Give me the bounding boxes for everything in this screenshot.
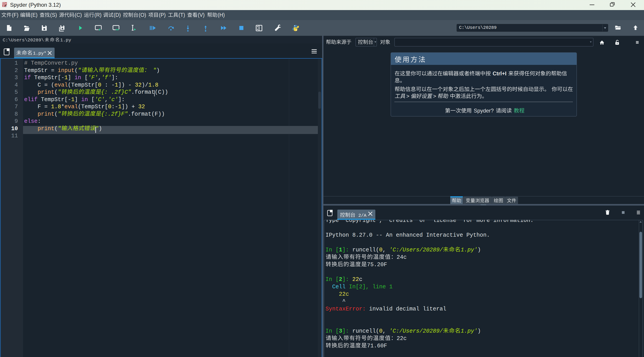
- svg-text:1.8: 1.8: [51, 104, 61, 110]
- svg-text:0: 0: [379, 247, 382, 253]
- svg-text:,: ,: [105, 96, 108, 103]
- svg-text:1: 1: [64, 74, 68, 81]
- svg-text:5: 5: [14, 89, 18, 96]
- svg-text:[: [: [88, 96, 94, 103]
- svg-text:32: 32: [138, 104, 145, 110]
- svg-text:1.py: 1.py: [60, 38, 71, 43]
- svg-text:print: print: [38, 126, 54, 132]
- svg-text:(H): (H): [218, 12, 225, 18]
- svg-text:): ): [478, 247, 481, 253]
- svg-text:3: 3: [14, 74, 18, 81]
- svg-text:): ): [478, 328, 481, 334]
- svg-text:]: ]: [74, 96, 81, 103]
- svg-text:Spyder?: Spyder?: [474, 108, 494, 114]
- svg-text:runcell(: runcell(: [352, 328, 379, 334]
- svg-text:4: 4: [14, 82, 18, 88]
- svg-text:1.py': 1.py': [461, 328, 478, 334]
- svg-text:(F): (F): [12, 12, 18, 18]
- svg-text:TempStr =: TempStr =: [24, 67, 58, 74]
- svg-text:input: input: [58, 67, 74, 74]
- svg-text:C:\Users\20289\: C:\Users\20289\: [3, 38, 44, 43]
- svg-text:75.20F: 75.20F: [367, 262, 387, 268]
- svg-text:elif: elif: [24, 96, 38, 103]
- svg-text:In [: In [: [326, 328, 339, 334]
- svg-text:eval: eval: [64, 104, 78, 110]
- svg-text:": ": [124, 111, 128, 118]
- svg-text:": ": [58, 126, 61, 132]
- svg-text:]:: ]:: [342, 276, 352, 283]
- svg-text:": ": [128, 89, 131, 96]
- svg-text:(TempStr[: (TempStr[: [78, 104, 108, 110]
- svg-text:22c: 22c: [396, 335, 407, 342]
- svg-text:if: if: [24, 74, 31, 81]
- svg-text:Spyder (Python 3.12): Spyder (Python 3.12): [10, 2, 61, 8]
- svg-text:eval: eval: [54, 82, 68, 88]
- svg-text:(TempStr[: (TempStr[: [68, 82, 98, 88]
- svg-text:]) +: ]) +: [122, 104, 138, 110]
- svg-text:in: in: [74, 74, 81, 81]
- svg-text:# TempConvert.py: # TempConvert.py: [24, 60, 78, 66]
- svg-text:]:: ]:: [342, 247, 352, 253]
- svg-text:7: 7: [14, 104, 18, 110]
- svg-text:.format(F)): .format(F)): [128, 111, 165, 118]
- svg-text:invalid decimal literal: invalid decimal literal: [366, 306, 446, 312]
- svg-text:0: 0: [98, 82, 101, 88]
- svg-text:{:.2f}F: {:.2f}F: [101, 111, 125, 118]
- svg-text:'c': 'c': [108, 96, 118, 103]
- svg-text:,: ,: [382, 247, 389, 253]
- svg-text:C = (: C = (: [24, 82, 54, 88]
- svg-text:'C:/Users/20289/: 'C:/Users/20289/: [389, 247, 443, 253]
- svg-text:1.py*: 1.py*: [33, 51, 46, 56]
- svg-text:(T): (T): [178, 12, 185, 18]
- svg-text:1: 1: [71, 96, 74, 103]
- svg-text:24c: 24c: [396, 254, 407, 260]
- svg-text:[: [: [81, 74, 88, 81]
- svg-text:2: 2: [339, 276, 342, 283]
- svg-text:(S): (S): [50, 12, 57, 18]
- svg-text:11: 11: [11, 133, 18, 139]
- svg-text:print: print: [38, 89, 54, 96]
- svg-text:.format: .format: [131, 89, 155, 96]
- svg-text:3: 3: [339, 328, 342, 334]
- svg-text:(: (: [54, 126, 58, 132]
- svg-text:2: 2: [14, 67, 18, 74]
- svg-text:SyntaxError:: SyntaxError:: [326, 306, 366, 312]
- svg-text:2/A: 2/A: [358, 213, 366, 218]
- svg-text:Cell: Cell: [332, 284, 346, 290]
- svg-text:in: in: [81, 96, 88, 103]
- svg-text:TempStr[-: TempStr[-: [38, 96, 71, 103]
- svg-text:F =: F =: [24, 104, 51, 110]
- svg-text:71.60F: 71.60F: [367, 343, 387, 349]
- svg-text:(R): (R): [94, 12, 102, 18]
- svg-text:In [: In [: [326, 276, 339, 283]
- svg-text:6: 6: [14, 96, 18, 103]
- svg-text:0: 0: [108, 104, 112, 110]
- svg-text:'C': 'C': [94, 96, 105, 103]
- svg-text:]:: ]:: [118, 96, 125, 103]
- svg-text:,: ,: [98, 74, 101, 81]
- svg-text:runcell(: runcell(: [352, 247, 379, 253]
- svg-text:C:\Users\20289: C:\Users\20289: [459, 25, 496, 30]
- svg-text:1: 1: [118, 104, 122, 110]
- svg-text:(E): (E): [31, 12, 38, 18]
- svg-text:1.py': 1.py': [461, 247, 478, 253]
- svg-text:(O): (O): [139, 12, 146, 18]
- svg-text:print: print: [38, 111, 54, 118]
- svg-text:8: 8: [14, 111, 18, 118]
- svg-text:": ": [78, 67, 81, 74]
- svg-text:9: 9: [14, 118, 18, 124]
- svg-text:): ): [99, 126, 102, 132]
- svg-text:,: ,: [382, 328, 389, 334]
- svg-text:c: c: [359, 276, 362, 283]
- svg-text:1: 1: [14, 60, 18, 66]
- svg-text:>: >: [406, 93, 409, 99]
- svg-text:IPython 8.27.0 -- An enhanced: IPython 8.27.0 -- An enhanced Interactiv…: [326, 232, 490, 238]
- svg-text:22: 22: [352, 276, 359, 283]
- svg-text:(V): (V): [198, 12, 205, 18]
- svg-text:'f': 'f': [101, 74, 112, 81]
- svg-text:10: 10: [11, 126, 18, 132]
- svg-text:22c: 22c: [339, 291, 349, 298]
- svg-text::: :: [38, 118, 41, 124]
- svg-text::-: :-: [112, 104, 118, 110]
- svg-text:else: else: [24, 118, 38, 124]
